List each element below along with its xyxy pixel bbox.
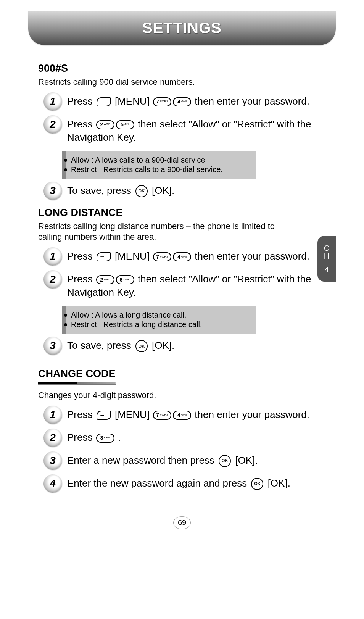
section-heading: LONG DISTANCE — [38, 207, 330, 219]
ok-label: [OK]. — [265, 477, 290, 489]
note-line: Allow : Allows calls to a 900-dial servi… — [72, 156, 250, 164]
page-number-value: 69 — [173, 516, 191, 529]
step-text-pre: Press — [67, 118, 95, 130]
step-text: Press [MENU] 7PQRS4GHI then enter your p… — [67, 95, 330, 108]
page-number: 69 — [0, 516, 364, 529]
ok-key-icon: OK — [135, 185, 148, 197]
keypad-key-icon: 4GHI — [173, 97, 191, 106]
section-description: Restricts calling 900 dial service numbe… — [38, 77, 298, 88]
header-banner: SETTINGS — [28, 11, 336, 45]
menu-label: [MENU] — [112, 95, 152, 107]
note-text: Restrict : Restricts calls to a 900-dial… — [71, 165, 223, 174]
keypad-key-icon: 2ABC — [96, 120, 114, 129]
ok-label: [OK]. — [149, 340, 174, 351]
step-number: 1 — [43, 247, 62, 266]
step-text-pre: To save, press — [67, 340, 134, 351]
ok-key-icon: OK — [251, 478, 263, 490]
chapter-tab-num: 4 — [324, 265, 329, 274]
step-number: 3 — [43, 182, 62, 200]
step-text: Enter a new password then press OK [OK]. — [67, 454, 330, 467]
step-text-pre: Enter a new password then press — [67, 455, 217, 466]
step-number: 2 — [43, 115, 62, 134]
step-text: Press 2ABC6MNO then select "Allow" or "R… — [67, 272, 330, 299]
step-text: Press [MENU] 7PQRS4GHI then enter your p… — [67, 250, 330, 263]
step-text-pre: Press — [67, 250, 95, 262]
menu-label: [MENU] — [112, 409, 152, 420]
section: 900#SRestricts calling 900 dial service … — [38, 63, 330, 200]
step-number: 2 — [43, 270, 62, 289]
step: 3Enter a new password then press OK [OK]… — [43, 454, 330, 470]
step-number: 3 — [43, 337, 62, 355]
ok-key-icon: OK — [135, 340, 148, 352]
step-number: 3 — [43, 451, 62, 470]
note-line: Allow : Allows a long distance call. — [72, 311, 250, 319]
chapter-tab-h: H — [324, 252, 329, 261]
step-text: Press 3DEF . — [67, 431, 330, 444]
ok-label: [OK]. — [232, 455, 258, 466]
step: 2Press 2ABC5JKL then select "Allow" or "… — [43, 118, 330, 144]
step-text-pre: Enter the new password again and press — [67, 477, 250, 489]
step-text-post: then enter your password. — [192, 409, 309, 420]
step-text: Enter the new password again and press O… — [67, 477, 330, 490]
bullet-icon — [64, 159, 67, 162]
step-text-post: then enter your password. — [192, 250, 309, 262]
bullet-icon — [64, 168, 67, 171]
note-text: Restrict : Restricts a long distance cal… — [71, 320, 202, 329]
page: SETTINGS C H 4 900#SRestricts calling 90… — [0, 11, 364, 529]
step-text-post: . — [115, 432, 121, 443]
step-number: 1 — [43, 406, 62, 424]
page-title: SETTINGS — [142, 19, 222, 37]
note-line: Restrict : Restricts a long distance cal… — [72, 320, 250, 329]
chapter-tab: C H 4 — [317, 236, 336, 282]
step-text-post: then enter your password. — [192, 95, 309, 107]
bullet-icon — [64, 323, 67, 326]
step-number: 2 — [43, 429, 62, 447]
step-text-pre: Press — [67, 273, 95, 285]
step: 1Press [MENU] 7PQRS4GHI then enter your … — [43, 250, 330, 266]
bullet-icon — [64, 314, 67, 317]
step-text-pre: Press — [67, 432, 95, 443]
note-box: Allow : Allows calls to a 900-dial servi… — [62, 151, 256, 179]
chapter-tab-c: C — [324, 244, 329, 253]
step: 3To save, press OK [OK]. — [43, 184, 330, 200]
step-text: To save, press OK [OK]. — [67, 339, 330, 352]
keypad-key-icon: 5JKL — [116, 120, 134, 129]
keypad-key-icon: 3DEF — [96, 434, 114, 443]
softkey-icon — [97, 97, 111, 106]
ok-key-icon: OK — [219, 455, 231, 467]
step-text-pre: To save, press — [67, 185, 134, 196]
section: CHANGE CODEChanges your 4-digit password… — [38, 362, 330, 493]
note-line: Restrict : Restricts calls to a 900-dial… — [72, 165, 250, 174]
step-text: To save, press OK [OK]. — [67, 184, 330, 197]
step-text-pre: Press — [67, 95, 95, 107]
step-number: 1 — [43, 92, 62, 111]
step: 1Press [MENU] 7PQRS4GHI then enter your … — [43, 95, 330, 111]
content-area: 900#SRestricts calling 900 dial service … — [0, 45, 364, 515]
section-description: Changes your 4-digit password. — [38, 390, 298, 401]
keypad-key-icon: 4GHI — [173, 252, 191, 261]
step: 2Press 2ABC6MNO then select "Allow" or "… — [43, 272, 330, 299]
keypad-key-icon: 6MNO — [116, 275, 134, 284]
keypad-key-icon: 4GHI — [173, 411, 191, 420]
note-text: Allow : Allows calls to a 900-dial servi… — [71, 156, 207, 164]
step-text: Press 2ABC5JKL then select "Allow" or "R… — [67, 118, 330, 144]
ok-label: [OK]. — [149, 185, 174, 196]
section-heading: 900#S — [38, 63, 330, 74]
step: 4Enter the new password again and press … — [43, 477, 330, 493]
step: 2Press 3DEF . — [43, 431, 330, 447]
step-number: 4 — [43, 474, 62, 493]
softkey-icon — [97, 252, 111, 261]
step-text-pre: Press — [67, 409, 95, 420]
step: 3To save, press OK [OK]. — [43, 339, 330, 355]
keypad-key-icon: 7PQRS — [153, 411, 171, 420]
softkey-icon — [97, 411, 111, 420]
keypad-key-icon: 2ABC — [96, 275, 114, 284]
section: LONG DISTANCERestricts calling long dist… — [38, 207, 330, 355]
note-box: Allow : Allows a long distance call.Rest… — [62, 306, 256, 334]
step-text: Press [MENU] 7PQRS4GHI then enter your p… — [67, 408, 330, 421]
note-text: Allow : Allows a long distance call. — [71, 311, 186, 319]
menu-label: [MENU] — [112, 250, 152, 262]
section-heading: CHANGE CODE — [38, 368, 116, 385]
keypad-key-icon: 7PQRS — [153, 97, 171, 106]
section-description: Restricts calling long distance numbers … — [38, 221, 298, 243]
